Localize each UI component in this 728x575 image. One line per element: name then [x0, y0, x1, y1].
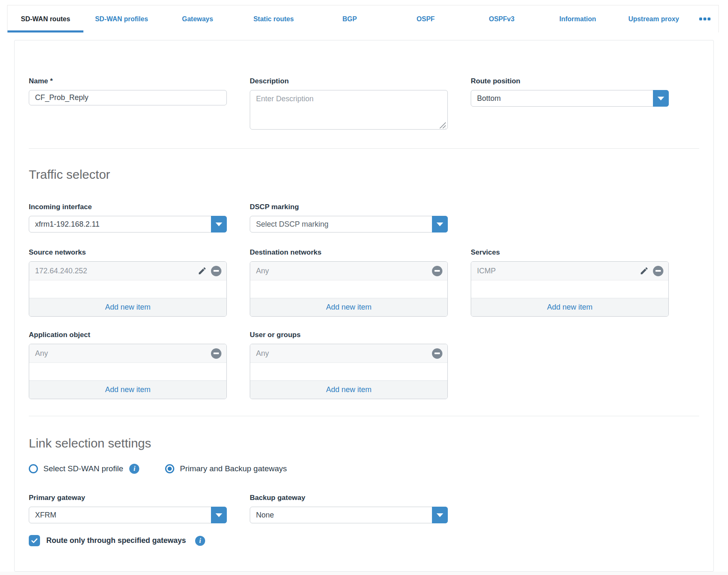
list-item: Any — [29, 344, 226, 363]
add-new-item-button[interactable]: Add new item — [29, 380, 226, 399]
info-icon[interactable]: i — [129, 464, 139, 474]
list-item-actions — [432, 266, 442, 276]
list-item-value: Any — [256, 267, 432, 275]
checkmark-icon — [30, 537, 38, 545]
list-empty-area — [471, 280, 668, 298]
tab-gateways[interactable]: Gateways — [160, 5, 236, 32]
list-item: 172.64.240.252 — [29, 262, 226, 280]
chevron-down-icon — [216, 513, 222, 517]
tab-information[interactable]: Information — [540, 5, 615, 32]
backup-gateway-value: None — [250, 507, 432, 523]
route-position-dropdown-button[interactable] — [653, 90, 669, 107]
incoming-interface-select[interactable]: xfrm1-192.168.2.11 — [29, 216, 227, 232]
incoming-interface-label: Incoming interface — [29, 203, 227, 211]
description-textarea-wrap — [250, 90, 448, 131]
list-item-value: ICMP — [477, 267, 639, 275]
route-only-checkbox[interactable] — [29, 535, 40, 546]
tab-bgp[interactable]: BGP — [311, 5, 387, 32]
list-item-value: Any — [35, 349, 211, 358]
name-field-group: Name * — [29, 77, 227, 131]
gateways-row: Primary gateway XFRM Backup gateway None — [29, 494, 699, 523]
form-panel: Name * Description Route position Bottom — [14, 40, 714, 572]
destination-networks-group: Destination networks Any Add new item — [250, 248, 448, 317]
services-label: Services — [471, 248, 669, 257]
add-new-item-button[interactable]: Add new item — [250, 380, 447, 399]
route-only-row: Route only through specified gateways i — [29, 535, 699, 546]
list-empty-area — [29, 363, 226, 380]
incoming-interface-value: xfrm1-192.168.2.11 — [29, 216, 211, 232]
general-fields-row: Name * Description Route position Bottom — [29, 77, 699, 131]
edit-icon[interactable] — [197, 266, 207, 276]
radio-primary-backup-gateways[interactable]: Primary and Backup gateways — [165, 464, 287, 473]
incoming-interface-dropdown-button[interactable] — [211, 216, 227, 232]
description-textarea[interactable] — [250, 90, 448, 130]
traffic-selector-heading: Traffic selector — [29, 168, 699, 182]
radio-icon[interactable] — [29, 464, 38, 473]
link-selection-heading: Link selection settings — [29, 436, 699, 450]
chevron-down-icon — [658, 97, 664, 100]
list-empty-area — [250, 363, 447, 380]
application-object-label: Application object — [29, 331, 227, 339]
more-tabs-button[interactable] — [692, 5, 718, 32]
chevron-down-icon — [437, 222, 443, 226]
list-item-value: 172.64.240.252 — [35, 267, 197, 275]
more-icon — [708, 18, 710, 20]
radio-select-sdwan-profile[interactable]: Select SD-WAN profile i — [29, 464, 139, 474]
primary-gateway-dropdown-button[interactable] — [211, 507, 227, 523]
primary-gateway-label: Primary gateway — [29, 494, 227, 502]
add-new-item-button[interactable]: Add new item — [29, 298, 226, 316]
backup-gateway-select[interactable]: None — [250, 507, 448, 523]
info-icon[interactable]: i — [195, 536, 205, 546]
primary-gateway-select[interactable]: XFRM — [29, 507, 227, 523]
remove-icon[interactable] — [432, 266, 442, 276]
list-item-actions — [639, 266, 663, 276]
tab-ospfv3[interactable]: OSPFv3 — [464, 5, 540, 32]
dscp-marking-select[interactable]: Select DSCP marking — [250, 216, 448, 232]
dscp-marking-value: Select DSCP marking — [250, 216, 432, 232]
radio-selected-icon[interactable] — [165, 464, 174, 473]
remove-icon[interactable] — [653, 266, 663, 276]
more-icon — [699, 18, 702, 20]
edit-icon[interactable] — [639, 266, 649, 276]
user-or-groups-label: User or groups — [250, 331, 448, 339]
destination-networks-label: Destination networks — [250, 248, 448, 257]
list-item-actions — [432, 348, 442, 359]
services-group: Services ICMP Add new item — [471, 248, 669, 317]
user-or-groups-group: User or groups Any Add new item — [250, 331, 448, 399]
radio-label: Select SD-WAN profile — [43, 464, 123, 473]
services-list: ICMP Add new item — [471, 261, 669, 317]
list-empty-area — [29, 280, 226, 298]
remove-icon[interactable] — [211, 266, 221, 276]
name-input[interactable] — [29, 90, 227, 105]
route-position-field-group: Route position Bottom — [471, 77, 669, 131]
list-item: Any — [250, 262, 447, 280]
primary-gateway-value: XFRM — [29, 507, 211, 523]
add-new-item-button[interactable]: Add new item — [471, 298, 668, 316]
section-divider — [29, 416, 699, 416]
route-position-select[interactable]: Bottom — [471, 90, 669, 107]
source-networks-group: Source networks 172.64.240.252 Add new i… — [29, 248, 227, 317]
chevron-down-icon — [437, 513, 443, 517]
primary-gateway-group: Primary gateway XFRM — [29, 494, 227, 523]
tab-sdwan-routes[interactable]: SD-WAN routes — [8, 5, 83, 32]
tab-static-routes[interactable]: Static routes — [236, 5, 311, 32]
remove-icon[interactable] — [432, 348, 442, 359]
remove-icon[interactable] — [211, 348, 221, 359]
tab-sdwan-profiles[interactable]: SD-WAN profiles — [83, 5, 159, 32]
route-only-label: Route only through specified gateways — [46, 536, 186, 545]
application-object-group: Application object Any Add new item — [29, 331, 227, 399]
backup-gateway-group: Backup gateway None — [250, 494, 448, 523]
add-new-item-button[interactable]: Add new item — [250, 298, 447, 316]
destination-networks-list: Any Add new item — [250, 261, 448, 317]
backup-gateway-dropdown-button[interactable] — [432, 507, 448, 523]
backup-gateway-label: Backup gateway — [250, 494, 448, 502]
dscp-marking-dropdown-button[interactable] — [432, 216, 448, 232]
interface-dscp-row: Incoming interface xfrm1-192.168.2.11 DS… — [29, 203, 699, 232]
incoming-interface-field-group: Incoming interface xfrm1-192.168.2.11 — [29, 203, 227, 232]
application-object-list: Any Add new item — [29, 344, 227, 399]
more-icon — [703, 18, 706, 20]
radio-label: Primary and Backup gateways — [180, 464, 287, 473]
source-networks-list: 172.64.240.252 Add new item — [29, 261, 227, 317]
tab-ospf[interactable]: OSPF — [388, 5, 464, 32]
tab-upstream-proxy[interactable]: Upstream proxy — [616, 5, 692, 32]
